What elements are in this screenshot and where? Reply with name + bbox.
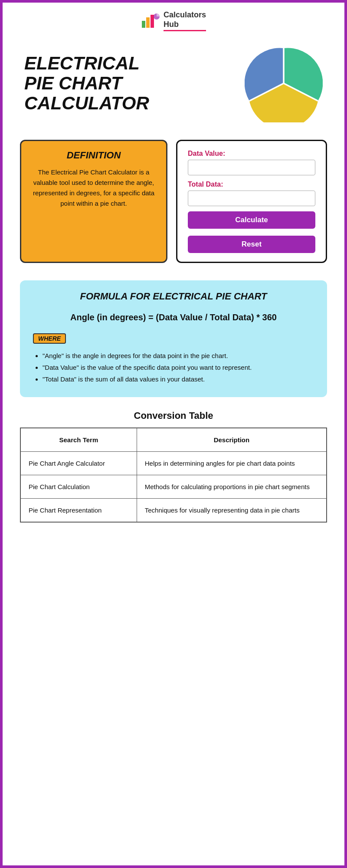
header-description: Description xyxy=(137,428,327,452)
definition-box: DEFINITION The Electrical Pie Chart Calc… xyxy=(20,140,167,263)
table-row: Pie Chart CalculationMethods for calcula… xyxy=(20,475,327,499)
reset-button[interactable]: Reset xyxy=(188,236,315,253)
pie-chart-graphic xyxy=(245,44,323,122)
formula-bullets: "Angle" is the angle in degrees for the … xyxy=(33,350,314,385)
hero-section: ELECTRICAL PIE CHART CALCULATOR xyxy=(3,36,344,131)
definition-title: DEFINITION xyxy=(30,150,157,161)
svg-rect-1 xyxy=(146,17,150,28)
definition-text: The Electrical Pie Chart Calculator is a… xyxy=(30,167,157,209)
conversion-section: Conversion Table Search Term Description… xyxy=(3,406,344,536)
total-data-input[interactable] xyxy=(188,191,315,206)
data-value-input[interactable] xyxy=(188,160,315,175)
formula-bullet: "Data Value" is the value of the specifi… xyxy=(43,362,314,373)
calculator-box: Data Value: Total Data: Calculate Reset xyxy=(176,140,327,263)
table-header-row: Search Term Description xyxy=(20,428,327,452)
description-cell: Methods for calculating proportions in p… xyxy=(137,475,327,499)
definition-calculator-section: DEFINITION The Electrical Pie Chart Calc… xyxy=(3,131,344,272)
svg-rect-2 xyxy=(151,15,154,28)
where-badge: WHERE xyxy=(33,333,66,344)
logo-name-line1: Calculators xyxy=(164,10,206,20)
formula-bullet: "Angle" is the angle in degrees for the … xyxy=(43,350,314,362)
logo-icon xyxy=(141,11,160,30)
logo-name-line2: Hub xyxy=(164,20,206,30)
data-value-label: Data Value: xyxy=(188,150,315,158)
header: Calculators Hub xyxy=(3,3,344,36)
table-row: Pie Chart Angle CalculatorHelps in deter… xyxy=(20,452,327,475)
formula-bullet: "Total Data" is the sum of all data valu… xyxy=(43,373,314,385)
search-term-cell: Pie Chart Angle Calculator xyxy=(20,452,137,475)
formula-section: FORMULA FOR ELECTRICAL PIE CHART Angle (… xyxy=(20,280,327,397)
search-term-cell: Pie Chart Representation xyxy=(20,499,137,523)
formula-title: FORMULA FOR ELECTRICAL PIE CHART xyxy=(33,291,314,302)
table-row: Pie Chart RepresentationTechniques for v… xyxy=(20,499,327,523)
logo-underline xyxy=(164,30,206,31)
logo-text: Calculators Hub xyxy=(164,10,206,31)
formula-expression: Angle (in degrees) = (Data Value / Total… xyxy=(33,311,314,324)
description-cell: Techniques for visually representing dat… xyxy=(137,499,327,523)
svg-rect-0 xyxy=(142,21,145,28)
conversion-title: Conversion Table xyxy=(20,410,327,421)
hero-title: ELECTRICAL PIE CHART CALCULATOR xyxy=(24,53,240,114)
header-search-term: Search Term xyxy=(20,428,137,452)
total-data-label: Total Data: xyxy=(188,181,315,188)
search-term-cell: Pie Chart Calculation xyxy=(20,475,137,499)
calculate-button[interactable]: Calculate xyxy=(188,211,315,229)
conversion-table: Search Term Description Pie Chart Angle … xyxy=(20,427,327,523)
description-cell: Helps in determining angles for pie char… xyxy=(137,452,327,475)
data-value-field: Data Value: xyxy=(188,150,315,175)
total-data-field: Total Data: xyxy=(188,181,315,206)
